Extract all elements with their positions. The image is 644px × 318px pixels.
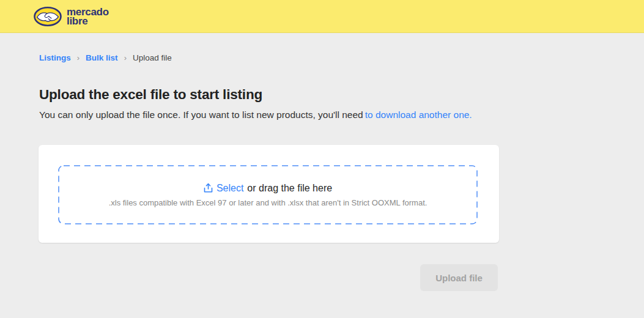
upload-card: Select or drag the file here .xls files … [39, 145, 499, 243]
dropzone-content: Select or drag the file here .xls files … [58, 165, 478, 224]
handshake-icon [34, 7, 62, 26]
breadcrumb-listings-link[interactable]: Listings [39, 53, 71, 62]
brand-name: mercado libre [67, 7, 109, 26]
dropzone-instruction: Select or drag the file here [204, 183, 332, 194]
breadcrumb-bulk-list-link[interactable]: Bulk list [86, 53, 118, 62]
file-format-hint: .xls files compatible with Excel 97 or l… [109, 198, 427, 207]
chevron-right-icon: › [77, 53, 80, 62]
download-another-link[interactable]: to download another one. [365, 109, 472, 120]
breadcrumb: Listings › Bulk list › Upload file [39, 53, 172, 62]
page-subtitle: You can only upload the file once. If yo… [39, 109, 472, 120]
select-label: Select [217, 183, 243, 194]
page-title: Upload the excel file to start listing [39, 87, 262, 103]
upload-file-button[interactable]: Upload file [420, 264, 498, 291]
subtitle-text: You can only upload the file once. If yo… [39, 109, 363, 120]
upload-icon [204, 183, 213, 193]
drag-text: or drag the file here [247, 183, 332, 194]
file-dropzone[interactable]: Select or drag the file here .xls files … [58, 165, 478, 224]
select-file-link[interactable]: Select [204, 183, 243, 194]
chevron-right-icon: › [124, 53, 127, 62]
mercadolibre-logo[interactable]: mercado libre [34, 7, 109, 26]
breadcrumb-current-page: Upload file [133, 53, 172, 62]
app-header: mercado libre [0, 0, 644, 33]
